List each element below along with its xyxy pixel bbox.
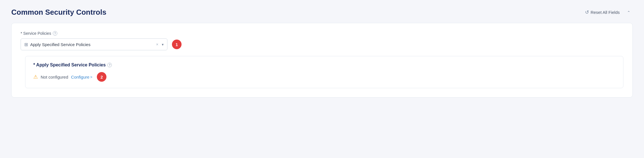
badge-1[interactable]: 1: [172, 40, 182, 49]
chevron-right-icon: >: [90, 75, 93, 79]
page-container: Common Security Controls ↺ Reset All Fie…: [0, 0, 644, 158]
service-policies-select[interactable]: ⊞ Apply Specified Service Policies × ▾: [21, 38, 167, 50]
select-clear-icon[interactable]: ×: [155, 42, 160, 47]
collapse-icon[interactable]: ⌃: [625, 9, 633, 16]
service-policies-help-icon[interactable]: ?: [53, 31, 57, 36]
sub-card-title-text: * Apply Specified Service Policies: [33, 62, 106, 68]
select-prefix-icon: ⊞: [24, 42, 28, 47]
sub-card: * Apply Specified Service Policies ? ⚠ N…: [25, 56, 623, 88]
badge-2[interactable]: 2: [97, 72, 106, 82]
select-chevron-icon[interactable]: ▾: [162, 42, 164, 47]
reset-icon: ↺: [585, 9, 589, 15]
not-configured-row: ⚠ Not configured Configure > 2: [33, 72, 615, 82]
header-row: Common Security Controls ↺ Reset All Fie…: [11, 8, 633, 17]
service-policies-label: * Service Policies ?: [21, 31, 623, 36]
header-actions: ↺ Reset All Fields ⌃: [583, 8, 633, 16]
configure-link[interactable]: Configure >: [71, 75, 93, 79]
select-row: ⊞ Apply Specified Service Policies × ▾ 1: [21, 38, 623, 50]
reset-label: Reset All Fields: [591, 10, 620, 15]
configure-label: Configure: [71, 75, 89, 79]
main-card: * Service Policies ? ⊞ Apply Specified S…: [11, 23, 633, 98]
page-title: Common Security Controls: [11, 8, 106, 17]
sub-card-title: * Apply Specified Service Policies ?: [33, 62, 615, 68]
sub-card-help-icon[interactable]: ?: [107, 63, 112, 67]
warning-icon: ⚠: [33, 74, 38, 80]
reset-all-fields-button[interactable]: ↺ Reset All Fields: [583, 8, 622, 16]
not-configured-text: Not configured: [41, 75, 68, 79]
required-star: * Service Policies: [21, 31, 51, 36]
select-value: Apply Specified Service Policies: [30, 42, 153, 47]
